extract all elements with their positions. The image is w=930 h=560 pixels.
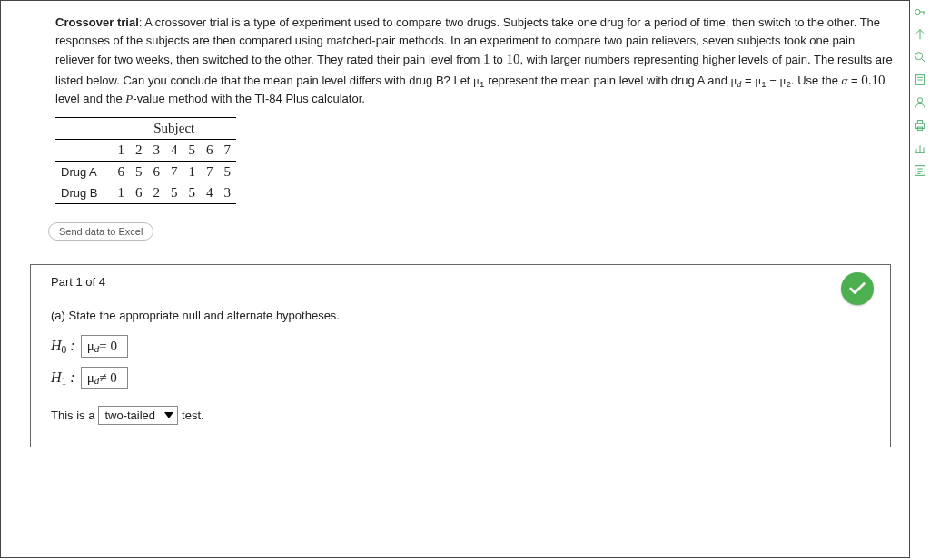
problem-lead: Crossover trial xyxy=(55,15,139,29)
svg-point-1 xyxy=(915,53,922,60)
alt-hypothesis-row: H1 : μd ≠ 0 xyxy=(51,367,870,389)
tool-key-icon[interactable] xyxy=(910,1,929,23)
part-question: (a) State the appropriate null and alter… xyxy=(51,309,870,322)
tool-chart-icon[interactable] xyxy=(910,137,929,159)
table-row: Drug B 1 6 2 5 5 4 3 xyxy=(55,182,236,204)
tool-list-icon[interactable] xyxy=(910,160,929,182)
tool-up-icon[interactable] xyxy=(910,24,929,45)
chevron-down-icon xyxy=(164,412,173,418)
null-hypothesis-row: H0 : μd = 0 xyxy=(51,335,870,358)
tail-type-row: This is a two-tailed test. xyxy=(51,406,870,425)
subject-header: Subject xyxy=(112,117,236,139)
send-to-excel-button[interactable]: Send data to Excel xyxy=(48,222,153,241)
data-table: Subject 1 2 3 4 5 6 7 Drug A 6 5 6 7 xyxy=(55,117,896,204)
correct-check-icon xyxy=(841,272,874,305)
svg-rect-5 xyxy=(917,121,922,123)
svg-point-3 xyxy=(917,98,922,103)
h0-input[interactable]: μd = 0 xyxy=(81,335,128,358)
tool-print-icon[interactable] xyxy=(910,114,929,136)
svg-point-0 xyxy=(915,9,919,14)
table-row: Drug A 6 5 6 7 1 7 5 xyxy=(55,161,236,182)
h1-input[interactable]: μd ≠ 0 xyxy=(81,367,128,389)
side-toolbar xyxy=(910,1,929,182)
part-title: Part 1 of 4 xyxy=(31,265,890,305)
part-panel: Part 1 of 4 (a) State the appropriate nu… xyxy=(30,264,891,447)
problem-statement: Crossover trial: A crossover trial is a … xyxy=(55,14,896,108)
tail-select[interactable]: two-tailed xyxy=(98,406,178,425)
svg-rect-4 xyxy=(915,123,924,128)
tool-person-icon[interactable] xyxy=(910,92,929,113)
tool-note-icon[interactable] xyxy=(910,69,929,91)
tool-search-icon[interactable] xyxy=(910,46,929,68)
